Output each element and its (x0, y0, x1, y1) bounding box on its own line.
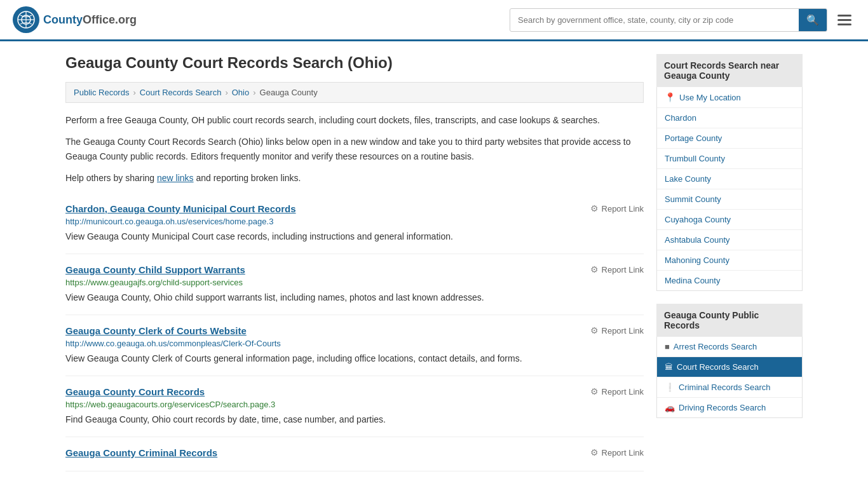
result-item: Geauga County Criminal Records ⚙ Report … (65, 437, 644, 471)
result-title-row: Geauga County Clerk of Courts Website ⚙ … (65, 325, 644, 336)
sidebar: Court Records Search near Geauga County … (656, 54, 803, 471)
result-desc: View Geauga County Clerk of Courts gener… (65, 352, 644, 365)
sidebar-nearby-item[interactable]: Summit County (657, 189, 802, 210)
sidebar-item-icon: ■ (665, 342, 670, 351)
result-url[interactable]: https://www.geaugajfs.org/child-support-… (65, 278, 644, 287)
result-title-row: Chardon, Geauga County Municipal Court R… (65, 203, 644, 214)
location-icon: 📍 (665, 92, 675, 102)
breadcrumb-current: Geauga County (260, 88, 318, 97)
main-container: Geauga County Court Records Search (Ohio… (53, 41, 815, 484)
breadcrumb-sep: › (133, 88, 135, 97)
result-title-row: Geauga County Court Records ⚙ Report Lin… (65, 386, 644, 397)
breadcrumb-court-records[interactable]: Court Records Search (140, 88, 222, 97)
result-url[interactable]: https://web.geaugacourts.org/eservicesCP… (65, 400, 644, 409)
sidebar-nearby-item[interactable]: Mahoning County (657, 250, 802, 271)
page-title: Geauga County Court Records Search (Ohio… (65, 54, 644, 72)
public-records-section: Geauga County Public Records ■Arrest Rec… (656, 304, 803, 418)
report-link[interactable]: ⚙ Report Link (590, 264, 644, 274)
nearby-list: 📍Use My LocationChardonPortage CountyTru… (656, 87, 803, 291)
sidebar-nearby-item[interactable]: Portage County (657, 128, 802, 149)
report-link[interactable]: ⚙ Report Link (590, 386, 644, 396)
sidebar-nearby-item[interactable]: Ashtabula County (657, 230, 802, 250)
search-button[interactable]: 🔍 (799, 9, 827, 31)
result-desc: Find Geauga County, Ohio court records b… (65, 413, 644, 426)
breadcrumb-sep: › (253, 88, 255, 97)
logo-text: CountyOffice.org (43, 13, 137, 27)
breadcrumb-public-records[interactable]: Public Records (74, 88, 129, 97)
search-bar: 🔍 (510, 8, 827, 32)
result-title-link[interactable]: Geauga County Court Records (65, 386, 205, 397)
result-desc: View Geauga County Municipal Court case … (65, 230, 644, 243)
report-link[interactable]: ⚙ Report Link (590, 447, 644, 458)
description-3: Help others by sharing new links and rep… (65, 171, 644, 185)
sidebar-nearby-item[interactable]: Cuyahoga County (657, 210, 802, 230)
sidebar-item-icon: 🏛 (665, 362, 673, 372)
search-icon: 🔍 (806, 15, 819, 25)
public-records-header: Geauga County Public Records (656, 304, 803, 337)
nearby-header: Court Records Search near Geauga County (656, 54, 803, 87)
result-title-link[interactable]: Geauga County Criminal Records (65, 447, 217, 458)
menu-bar (837, 24, 851, 25)
results-list: Chardon, Geauga County Municipal Court R… (65, 193, 644, 471)
sidebar-item-icon: ❕ (665, 383, 675, 392)
logo-icon (13, 6, 39, 33)
nearby-section: Court Records Search near Geauga County … (656, 54, 803, 291)
result-item: Chardon, Geauga County Municipal Court R… (65, 193, 644, 254)
report-link[interactable]: ⚙ Report Link (590, 203, 644, 214)
sidebar-nearby-item[interactable]: 📍Use My Location (657, 87, 802, 108)
sidebar-item-icon: 🚗 (665, 403, 675, 412)
result-url[interactable]: http://municourt.co.geauga.oh.us/eservic… (65, 217, 644, 226)
report-icon: ⚙ (590, 203, 599, 214)
result-title-link[interactable]: Chardon, Geauga County Municipal Court R… (65, 203, 296, 214)
sidebar-public-records-item[interactable]: ■Arrest Records Search (657, 337, 802, 357)
report-link[interactable]: ⚙ Report Link (590, 325, 644, 336)
menu-button[interactable] (834, 12, 855, 28)
sidebar-public-records-item[interactable]: ❕Criminal Records Search (657, 377, 802, 398)
search-input[interactable] (510, 10, 799, 30)
report-icon: ⚙ (590, 264, 599, 274)
new-links-link[interactable]: new links (157, 173, 194, 183)
sidebar-nearby-item[interactable]: Trumbull County (657, 149, 802, 169)
content-area: Geauga County Court Records Search (Ohio… (65, 54, 644, 471)
menu-bar (837, 15, 851, 17)
result-title-row: Geauga County Child Support Warrants ⚙ R… (65, 264, 644, 275)
header-controls: 🔍 (510, 8, 855, 32)
result-title-link[interactable]: Geauga County Clerk of Courts Website (65, 325, 247, 336)
breadcrumb-ohio[interactable]: Ohio (232, 88, 249, 97)
result-item: Geauga County Clerk of Courts Website ⚙ … (65, 315, 644, 376)
description-2: The Geauga County Court Records Search (… (65, 135, 644, 163)
report-icon: ⚙ (590, 386, 599, 396)
sidebar-public-records-item[interactable]: 🚗Driving Records Search (657, 398, 802, 417)
breadcrumb: Public Records › Court Records Search › … (65, 82, 644, 103)
menu-bar (837, 19, 851, 21)
report-icon: ⚙ (590, 325, 599, 336)
result-desc: View Geauga County, Ohio child support w… (65, 291, 644, 304)
result-title-row: Geauga County Criminal Records ⚙ Report … (65, 447, 644, 458)
result-url[interactable]: http://www.co.geauga.oh.us/commonpleas/C… (65, 339, 644, 348)
report-icon: ⚙ (590, 447, 599, 458)
logo[interactable]: CountyOffice.org (13, 6, 137, 33)
public-records-list: ■Arrest Records Search🏛Court Records Sea… (656, 337, 803, 418)
breadcrumb-sep: › (225, 88, 227, 97)
sidebar-public-records-item[interactable]: 🏛Court Records Search (657, 357, 802, 377)
result-item: Geauga County Child Support Warrants ⚙ R… (65, 254, 644, 315)
sidebar-nearby-item[interactable]: Lake County (657, 169, 802, 189)
sidebar-nearby-item[interactable]: Medina County (657, 271, 802, 290)
result-title-link[interactable]: Geauga County Child Support Warrants (65, 264, 245, 275)
site-header: CountyOffice.org 🔍 (0, 0, 868, 41)
description-1: Perform a free Geauga County, OH public … (65, 113, 644, 127)
result-item: Geauga County Court Records ⚙ Report Lin… (65, 376, 644, 437)
sidebar-nearby-item[interactable]: Chardon (657, 108, 802, 128)
